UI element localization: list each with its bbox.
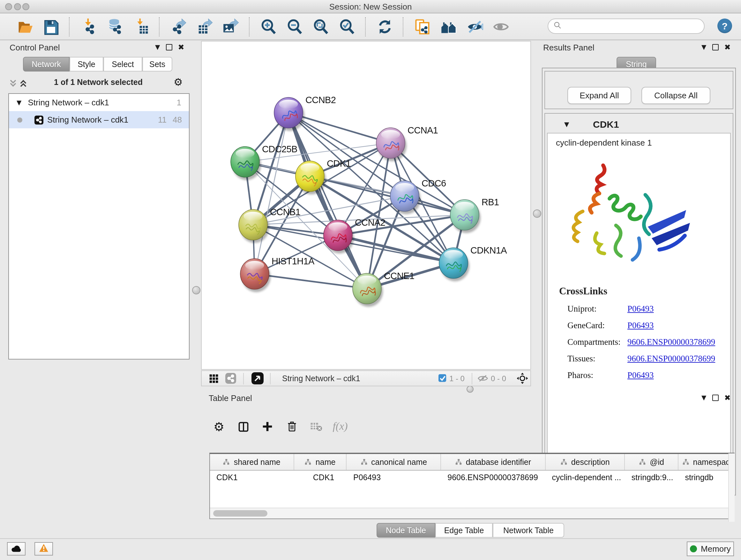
- table-cell: stringdb: [678, 471, 734, 484]
- hidden-count: 0 - 0: [491, 374, 506, 383]
- column-header-shared-name[interactable]: shared name: [210, 454, 294, 470]
- export-network-icon[interactable]: [168, 16, 189, 37]
- import-table-icon[interactable]: [130, 16, 151, 37]
- close-panel-icon[interactable]: ✖: [178, 44, 184, 50]
- export-image-icon[interactable]: [220, 16, 241, 37]
- network-canvas[interactable]: CCNB2 CCNA1 CDC25B CDK1 CDC6 RB1: [201, 41, 531, 370]
- refresh-icon[interactable]: [374, 16, 395, 37]
- network-view-title: String Network – cdk1: [282, 374, 439, 383]
- selected-checkbox-icon[interactable]: [439, 374, 447, 382]
- expand-all-button[interactable]: Expand All: [567, 87, 631, 104]
- crosslink-value-link[interactable]: P06493: [627, 370, 654, 381]
- panel-menu-icon[interactable]: ▼: [701, 44, 706, 51]
- node-label-CCNE1: CCNE1: [384, 271, 414, 281]
- tab-sets[interactable]: Sets: [142, 57, 172, 71]
- table-row[interactable]: CDK1CDK1P064939606.ENSP00000378699cyclin…: [210, 471, 734, 484]
- protein-structure-image: [563, 157, 696, 275]
- tab-edge-table[interactable]: Edge Table: [435, 523, 493, 538]
- collection-expand-icon[interactable]: ▼: [17, 99, 21, 106]
- node-RB1[interactable]: RB1: [450, 197, 499, 233]
- import-network-icon[interactable]: [78, 16, 99, 37]
- node-CDKN1A[interactable]: CDKN1A: [439, 245, 507, 281]
- toolbar-separator: [69, 17, 70, 36]
- memory-button[interactable]: Memory: [687, 542, 734, 556]
- tab-network[interactable]: Network: [23, 57, 70, 71]
- protein-description: cyclin-dependent kinase 1: [556, 138, 730, 147]
- warnings-button[interactable]: [35, 542, 53, 556]
- collapse-all-icon[interactable]: [9, 78, 17, 91]
- table-toolbar: ⚙ f(x): [211, 418, 348, 435]
- pan-crosshair-icon[interactable]: [514, 370, 530, 387]
- neighbors-icon[interactable]: [438, 16, 459, 37]
- node-table: shared namenamecanonical namedatabase id…: [209, 453, 735, 519]
- import-database-icon[interactable]: [104, 16, 125, 37]
- right-splitter-handle[interactable]: [533, 209, 541, 218]
- column-header-canonical-name[interactable]: canonical name: [347, 454, 441, 470]
- save-session-icon[interactable]: [40, 16, 61, 37]
- close-panel-icon[interactable]: ✖: [724, 394, 731, 401]
- column-header-namespac[interactable]: namespac: [678, 454, 734, 470]
- delete-table-icon[interactable]: [308, 418, 324, 435]
- bottom-splitter-handle[interactable]: [467, 386, 474, 393]
- tab-network-table[interactable]: Network Table: [493, 523, 564, 538]
- cloud-status-button[interactable]: [7, 542, 25, 556]
- network-options-gear-icon[interactable]: ⚙: [174, 76, 183, 88]
- tab-style[interactable]: Style: [70, 57, 104, 71]
- zoom-in-icon[interactable]: [258, 16, 279, 37]
- table-cell: stringdb:9...: [625, 471, 679, 484]
- column-header-name[interactable]: name: [294, 454, 347, 470]
- hidden-eye-icon[interactable]: [477, 374, 488, 382]
- float-panel-icon[interactable]: [712, 394, 718, 401]
- close-panel-icon[interactable]: ✖: [724, 44, 731, 50]
- crosslink-value-link[interactable]: 9606.ENSP00000378699: [627, 337, 715, 348]
- expand-all-icon[interactable]: [19, 78, 27, 91]
- delete-column-trash-icon[interactable]: [283, 418, 300, 435]
- show-columns-icon[interactable]: [235, 418, 252, 435]
- add-column-icon[interactable]: [259, 418, 276, 435]
- tab-select[interactable]: Select: [104, 57, 142, 71]
- panel-menu-icon[interactable]: ▼: [155, 44, 160, 51]
- birds-eye-view-icon[interactable]: [249, 370, 266, 387]
- function-builder-icon[interactable]: f(x): [332, 418, 348, 435]
- main-toolbar: ?: [0, 13, 741, 40]
- zoom-fit-icon[interactable]: [310, 16, 331, 37]
- network-share-icon[interactable]: [222, 370, 239, 387]
- network-row-selected[interactable]: String Network – cdk1 11 48: [9, 111, 189, 128]
- table-vertical-scrollbar[interactable]: [728, 453, 735, 522]
- tab-node-table[interactable]: Node Table: [377, 523, 435, 538]
- search-input[interactable]: [562, 21, 692, 31]
- column-header-description[interactable]: description: [545, 454, 625, 470]
- crosslink-value-link[interactable]: P06493: [627, 304, 654, 314]
- float-panel-icon[interactable]: [712, 44, 718, 50]
- hide-selection-icon[interactable]: [464, 16, 485, 37]
- crosslink-value-link[interactable]: P06493: [627, 320, 654, 331]
- open-session-icon[interactable]: [14, 16, 35, 37]
- scrollbar-thumb[interactable]: [213, 510, 267, 516]
- show-hidden-icon[interactable]: [490, 16, 511, 37]
- zoom-out-icon[interactable]: [284, 16, 305, 37]
- node-label-RB1: RB1: [482, 197, 499, 207]
- control-panel-tabs: NetworkStyleSelectSets: [23, 57, 172, 71]
- crosslink-value-link[interactable]: 9606.ENSP00000378699: [627, 354, 715, 364]
- node-CCNB2[interactable]: CCNB2: [274, 95, 336, 131]
- grid-view-icon[interactable]: [205, 370, 222, 387]
- node-CCNA1[interactable]: CCNA1: [376, 125, 438, 161]
- table-panel-title: Table Panel: [209, 393, 252, 403]
- section-collapse-icon[interactable]: ▼: [564, 121, 569, 128]
- node-HIST1H1A[interactable]: HIST1H1A: [240, 256, 315, 292]
- toolbar-separator: [365, 17, 366, 36]
- column-header-database-identifier[interactable]: database identifier: [441, 454, 545, 470]
- float-panel-icon[interactable]: [165, 44, 172, 50]
- node-CDC25B[interactable]: CDC25B: [231, 144, 297, 180]
- table-horizontal-scrollbar[interactable]: [210, 508, 734, 518]
- collapse-all-button[interactable]: Collapse All: [642, 87, 711, 104]
- left-splitter-handle[interactable]: [192, 286, 200, 294]
- help-button[interactable]: ?: [718, 18, 732, 33]
- zoom-selected-icon[interactable]: [336, 16, 357, 37]
- duplicate-network-icon[interactable]: [412, 16, 433, 37]
- network-collection-row[interactable]: ▼ String Network – cdk1 1: [9, 94, 189, 111]
- table-options-gear-icon[interactable]: ⚙: [211, 418, 227, 435]
- column-header--id[interactable]: @id: [625, 454, 679, 470]
- export-table-icon[interactable]: [194, 16, 215, 37]
- panel-menu-icon[interactable]: ▼: [701, 394, 706, 401]
